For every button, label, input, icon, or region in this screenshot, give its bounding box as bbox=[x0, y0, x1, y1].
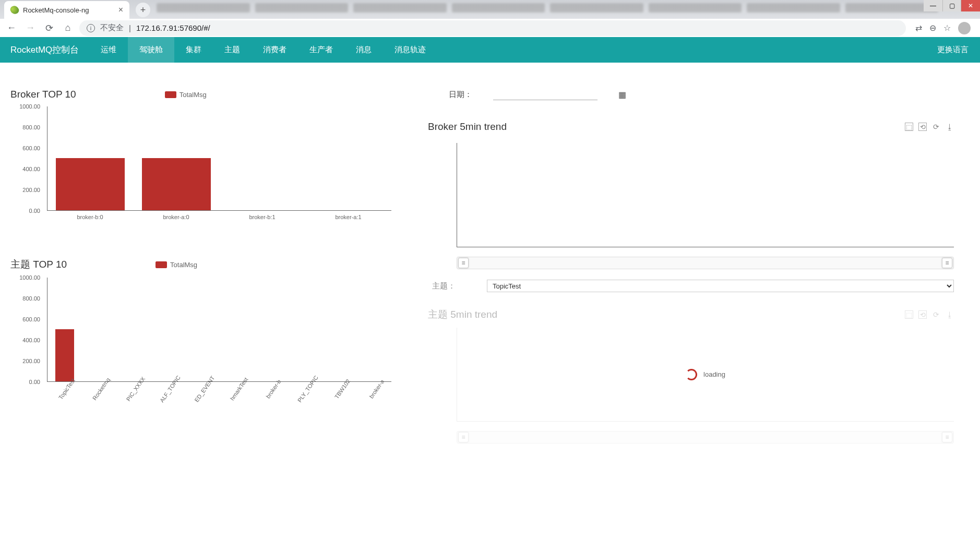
window-maximize-button[interactable]: ▢ bbox=[942, 0, 961, 11]
slider-handle-right[interactable]: ≡ bbox=[942, 432, 952, 442]
nav-forward-button[interactable]: → bbox=[23, 21, 38, 35]
nav-item[interactable]: 主题 bbox=[213, 37, 252, 63]
x-tick-label: broker-b:1 bbox=[249, 214, 275, 220]
zoom-rect-icon[interactable]: ⬚ bbox=[905, 310, 913, 319]
download-icon[interactable]: ⭳ bbox=[946, 123, 954, 131]
chart-bar bbox=[142, 158, 211, 210]
chart-title: Broker TOP 10 bbox=[10, 89, 76, 100]
chart-block-topic-top10: 主题 TOP 10 TotalMsg 0.00200.00400.00600.0… bbox=[10, 258, 397, 398]
chart-legend: TotalMsg bbox=[165, 91, 207, 99]
y-tick-label: 1000.00 bbox=[19, 103, 40, 110]
y-tick-label: 400.00 bbox=[22, 166, 40, 172]
insecure-label: 不安全 bbox=[100, 23, 124, 33]
window-minimize-button[interactable]: — bbox=[924, 0, 942, 11]
trend-block-broker: Broker 5min trend ⬚ ⟲ ⟳ ⭳ ≡ ≡ bbox=[428, 121, 954, 269]
y-tick-label: 800.00 bbox=[22, 295, 40, 302]
browser-tab-active[interactable]: RocketMq-console-ng × bbox=[4, 1, 129, 19]
dashboard-right-column: 日期： ▦ Broker 5min trend ⬚ ⟲ ⟳ ⭳ ≡ ≡ bbox=[428, 89, 970, 454]
x-tick-label: broker-a:1 bbox=[335, 214, 361, 220]
topic-filter-row: 主题： TopicTest bbox=[428, 280, 954, 292]
chart-block-broker-top10: Broker TOP 10 TotalMsg 0.00200.00400.006… bbox=[10, 89, 397, 226]
chart-toolbox: ⬚ ⟲ ⟳ ⭳ bbox=[905, 123, 954, 131]
zoom-rect-icon[interactable]: ⬚ bbox=[905, 123, 913, 131]
y-tick-label: 1000.00 bbox=[19, 274, 40, 281]
loading-text: loading bbox=[703, 370, 725, 378]
brand-title: RocketMQ控制台 bbox=[0, 44, 89, 56]
app-navbar: RocketMQ控制台 运维驾驶舱集群主题消费者生产者消息消息轨迹 更换语言 bbox=[0, 37, 980, 63]
chart-legend: TotalMsg bbox=[156, 261, 197, 269]
time-range-slider[interactable]: ≡ ≡ bbox=[457, 257, 954, 269]
chart-toolbox: ⬚ ⟲ ⟳ ⭳ bbox=[905, 310, 954, 319]
chart-title: 主题 TOP 10 bbox=[10, 258, 67, 271]
legend-swatch-icon bbox=[156, 261, 167, 268]
nav-item[interactable]: 消息 bbox=[344, 37, 383, 63]
topic-label: 主题： bbox=[428, 281, 456, 291]
url-text: 172.16.7.91:57690/#/ bbox=[136, 23, 210, 32]
tab-close-icon[interactable]: × bbox=[118, 5, 123, 15]
zoom-reset-icon[interactable]: ⟲ bbox=[918, 123, 927, 131]
legend-swatch-icon bbox=[165, 91, 176, 98]
window-close-button[interactable]: ✕ bbox=[961, 0, 980, 11]
language-switch[interactable]: 更换语言 bbox=[926, 45, 980, 55]
nav-item[interactable]: 驾驶舱 bbox=[128, 37, 174, 63]
trend-block-topic: 主题 5min trend ⬚ ⟲ ⟳ ⭳ loading ≡ ≡ bbox=[428, 308, 954, 443]
zoom-reset-icon[interactable]: ⟲ bbox=[918, 310, 927, 319]
y-tick-label: 0.00 bbox=[29, 208, 40, 214]
slider-handle-left[interactable]: ≡ bbox=[458, 258, 469, 268]
loading-spinner-icon bbox=[686, 369, 697, 380]
time-range-slider[interactable]: ≡ ≡ bbox=[457, 431, 954, 443]
address-bar[interactable]: i 不安全 | 172.16.7.91:57690/#/ bbox=[79, 20, 906, 36]
nav-reload-button[interactable]: ⟳ bbox=[42, 21, 56, 35]
y-tick-label: 400.00 bbox=[22, 337, 40, 343]
calendar-icon[interactable]: ▦ bbox=[618, 90, 626, 100]
browser-chrome: RocketMq-console-ng × + — ▢ ✕ ← → ⟳ ⌂ i … bbox=[0, 0, 980, 37]
y-tick-label: 0.00 bbox=[29, 379, 40, 385]
bookmark-star-icon[interactable]: ☆ bbox=[943, 23, 951, 33]
y-tick-label: 200.00 bbox=[22, 187, 40, 193]
y-tick-label: 600.00 bbox=[22, 145, 40, 151]
y-tick-label: 800.00 bbox=[22, 124, 40, 130]
date-label: 日期： bbox=[449, 90, 472, 100]
favicon-leaf-icon bbox=[9, 5, 20, 16]
topic-select-wrapper: TopicTest bbox=[487, 280, 954, 292]
refresh-icon[interactable]: ⟳ bbox=[932, 123, 940, 131]
slider-handle-left[interactable]: ≡ bbox=[458, 432, 469, 442]
x-tick-label: broker-b:0 bbox=[77, 214, 103, 220]
chart-title: Broker 5min trend bbox=[428, 121, 507, 133]
nav-item[interactable]: 消费者 bbox=[252, 37, 298, 63]
y-tick-label: 600.00 bbox=[22, 316, 40, 322]
x-tick-label: broker-a:0 bbox=[163, 214, 189, 220]
date-input[interactable] bbox=[493, 89, 597, 100]
browser-toolbar: ← → ⟳ ⌂ i 不安全 | 172.16.7.91:57690/#/ ⇄ ⊖… bbox=[0, 19, 980, 37]
nav-home-button[interactable]: ⌂ bbox=[61, 21, 75, 35]
chart-title: 主题 5min trend bbox=[428, 308, 497, 321]
legend-label: TotalMsg bbox=[180, 91, 207, 99]
nav-item[interactable]: 运维 bbox=[89, 37, 128, 63]
zoom-out-icon[interactable]: ⊖ bbox=[929, 23, 936, 33]
nav-item[interactable]: 集群 bbox=[174, 37, 213, 63]
dashboard-left-column: Broker TOP 10 TotalMsg 0.00200.00400.006… bbox=[10, 89, 397, 454]
date-filter-row: 日期： ▦ bbox=[428, 89, 954, 100]
site-info-icon[interactable]: i bbox=[87, 24, 95, 32]
new-tab-button[interactable]: + bbox=[136, 3, 150, 17]
download-icon[interactable]: ⭳ bbox=[946, 310, 954, 319]
nav-item[interactable]: 生产者 bbox=[298, 37, 344, 63]
topic-select[interactable]: TopicTest bbox=[487, 280, 954, 292]
window-controls: — ▢ ✕ bbox=[924, 0, 980, 11]
dashboard: Broker TOP 10 TotalMsg 0.00200.00400.006… bbox=[0, 63, 980, 454]
background-tabs-blurred bbox=[157, 3, 938, 15]
chart-bar bbox=[55, 329, 74, 381]
nav-back-button[interactable]: ← bbox=[4, 21, 19, 35]
legend-label: TotalMsg bbox=[170, 261, 197, 269]
slider-handle-right[interactable]: ≡ bbox=[942, 258, 952, 268]
translate-icon[interactable]: ⇄ bbox=[915, 23, 922, 33]
chart-canvas-broker-top10: 0.00200.00400.00600.00800.001000.00 brok… bbox=[10, 106, 397, 226]
refresh-icon[interactable]: ⟳ bbox=[932, 310, 940, 319]
nav-item[interactable]: 消息轨迹 bbox=[383, 37, 437, 63]
chart-bar bbox=[56, 158, 125, 210]
profile-avatar-icon[interactable] bbox=[958, 22, 971, 34]
y-tick-label: 200.00 bbox=[22, 358, 40, 364]
tab-title: RocketMq-console-ng bbox=[23, 6, 89, 14]
chart-canvas-broker-trend bbox=[457, 143, 954, 247]
browser-right-icons: ⇄ ⊖ ☆ bbox=[910, 22, 976, 34]
